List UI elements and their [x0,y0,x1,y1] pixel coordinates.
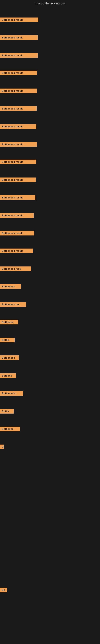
bottleneck-result-item: Bottleneck resu [0,266,31,272]
bottleneck-label: Bottleneck result [0,195,35,200]
bottleneck-label: B [0,444,3,449]
bottleneck-result-item: Bottleneck result [0,178,36,183]
bottleneck-result-item: Bottleneck result [0,142,37,148]
bottleneck-label: Bottleneck result [0,178,36,182]
bottleneck-label: Bottleneck result [0,18,38,22]
bottleneck-result-item: Bottleneck result [0,213,34,218]
bottleneck-label: Bottle [0,409,14,414]
bottleneck-result-item: Bottlenec [0,320,18,325]
bottleneck-label: Bottleneck result [0,248,33,253]
bottleneck-result-item: Bottleneck result [0,248,33,254]
site-title: TheBottlenecker.com [0,0,100,6]
bottleneck-result-item: Bottleneck result [0,106,37,112]
bottleneck-label: Bottleneck result [0,106,37,111]
bottleneck-label: Bottleneck result [0,53,38,58]
bottleneck-label: Bottleneck result [0,124,36,129]
bottleneck-label: Bottleneck result [0,71,37,75]
bottleneck-label: Bottleneck result [0,213,34,218]
bottleneck-result-item: Bottleneck result [0,195,35,201]
bottleneck-label: Bottleneck resu [0,266,31,271]
bottleneck-result-item: Bottleneck result [0,124,36,130]
bottleneck-result-item: Bottleneck result [0,18,38,23]
bottleneck-label: Bottleneck result [0,231,34,236]
bottleneck-result-item: Bottleneck result [0,88,37,94]
bottleneck-label: Bottleneck res [0,302,26,307]
bottleneck-result-item: Bottleneck [0,356,19,361]
bottleneck-label: Bo [0,588,7,592]
bottleneck-label: Bottlenec [0,427,20,431]
bottleneck-result-item: Bottleneck [0,284,21,290]
bottleneck-result-item: Bottleneck result [0,160,36,165]
bottleneck-result-item: Bottleneck result [0,71,37,76]
bottleneck-result-item: Bottleneck result [0,53,38,58]
bottleneck-result-item: Bottlene [0,373,16,379]
bottleneck-label: Bottleneck result [0,35,38,40]
bottleneck-label: Bottlene [0,373,16,378]
bottleneck-label: Bottleneck [0,356,19,360]
bottleneck-label: Bottlenec [0,320,18,324]
bottleneck-result-item: Bo [0,588,7,593]
bottleneck-label: Bottleneck [0,284,21,289]
bottleneck-result-item: Bottleneck res [0,302,26,308]
bottleneck-result-item: B [0,444,3,450]
bottleneck-label: Bottleneck result [0,88,37,93]
bottleneck-label: Bottleneck result [0,142,37,147]
bottleneck-result-item: Bottle [0,409,14,414]
bottleneck-result-item: Bottleneck result [0,231,34,236]
bottleneck-result-item: Bottlenec [0,427,20,432]
bottleneck-label: Bottle [0,338,15,342]
bottleneck-label: Bottleneck r [0,391,23,396]
bottleneck-result-item: Bottle [0,338,15,343]
bottleneck-label: Bottleneck result [0,160,36,164]
bottleneck-result-item: Bottleneck r [0,391,23,396]
bottleneck-result-item: Bottleneck result [0,35,38,41]
